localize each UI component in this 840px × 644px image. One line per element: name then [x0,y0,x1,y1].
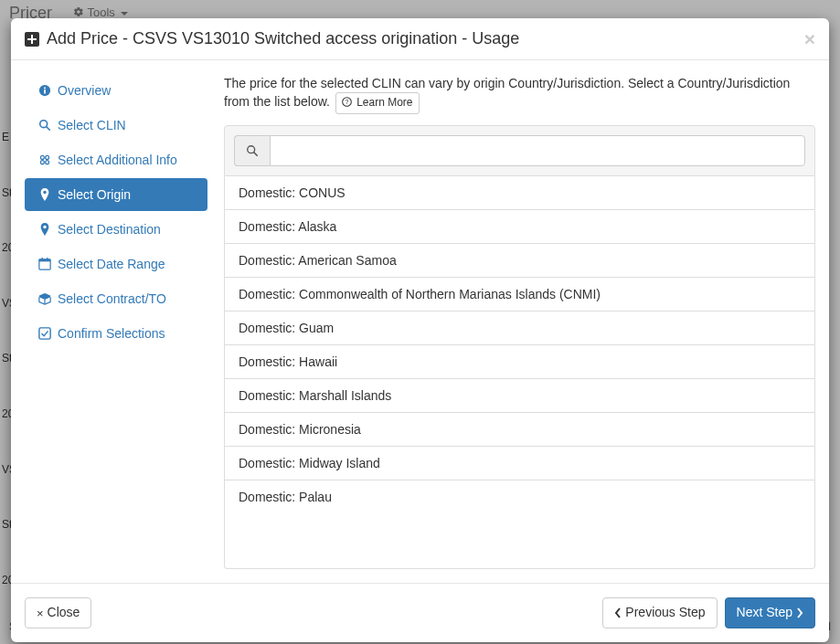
svg-line-20 [254,152,258,155]
nav-item-select-date-range[interactable]: Select Date Range [25,248,207,280]
learn-more-label: Learn More [356,96,412,109]
nav-item-select-destination[interactable]: Select Destination [25,213,207,246]
svg-rect-16 [39,328,50,339]
select-origin-icon [38,188,51,201]
modal-footer: × Close Previous Step Next Step [11,583,829,642]
origin-item[interactable]: Domestic: American Samoa [225,244,814,278]
nav-label: Select Additional Info [58,153,177,167]
wizard-nav: OverviewSelect CLINSelect Additional Inf… [25,74,207,569]
svg-point-10 [40,161,44,164]
select-clin-icon [38,119,51,132]
origin-search-input[interactable] [270,135,805,166]
next-step-button[interactable]: Next Step [725,597,815,628]
origin-item[interactable]: Domestic: Midway Island [225,447,814,480]
svg-line-7 [47,127,50,131]
modal-title: Add Price - CSVS VS13010 Switched access… [47,29,804,48]
modal-close-x[interactable]: × [804,29,815,48]
nav-link-overview[interactable]: Overview [25,74,207,107]
nav-label: Select Origin [58,187,131,202]
svg-rect-14 [42,258,43,260]
svg-rect-2 [27,38,37,40]
origin-item[interactable]: Domestic: Hawaii [225,345,814,379]
modal-header: Add Price - CSVS VS13010 Switched access… [11,18,829,60]
svg-point-8 [40,155,44,159]
nav-item-confirm-selections[interactable]: Confirm Selections [25,317,207,350]
confirm-selections-icon [38,327,51,340]
select-contract-to-icon [38,292,51,305]
nav-label: Select Destination [58,222,161,237]
nav-label: Select CLIN [58,118,126,132]
search-addon [234,135,270,166]
close-button[interactable]: × Close [25,597,91,628]
svg-point-11 [46,161,49,164]
svg-rect-4 [44,90,46,93]
origin-list: Domestic: CONUSDomestic: AlaskaDomestic:… [225,176,814,513]
nav-label: Select Date Range [58,257,165,271]
close-x-icon: × [37,607,44,619]
nav-item-select-additional-info[interactable]: Select Additional Info [25,143,207,176]
svg-point-9 [46,155,49,159]
origin-item[interactable]: Domestic: Guam [225,311,814,345]
previous-step-label: Previous Step [625,604,705,622]
chevron-right-icon [796,607,803,618]
select-additional-info-icon [38,153,51,166]
origin-item[interactable]: Domestic: Micronesia [225,413,814,447]
learn-more-button[interactable]: ? Learn More [335,92,420,113]
svg-text:?: ? [345,100,348,106]
add-price-modal: Add Price - CSVS VS13010 Switched access… [11,18,829,642]
origin-item[interactable]: Domestic: Commonwealth of Northern Maria… [225,278,814,311]
nav-link-select-contract-to[interactable]: Select Contract/TO [25,282,207,315]
question-circle-icon: ? [342,97,352,107]
origin-list-scroll[interactable]: Domestic: CONUSDomestic: AlaskaDomestic:… [225,176,814,568]
nav-label: Confirm Selections [58,326,165,341]
origin-item[interactable]: Domestic: Alaska [225,210,814,244]
select-date-range-icon [38,258,51,270]
nav-item-select-origin[interactable]: Select Origin [25,178,207,211]
next-step-label: Next Step [737,604,792,622]
nav-label: Overview [58,83,111,98]
origin-list-container: Domestic: CONUSDomestic: AlaskaDomestic:… [224,176,815,569]
search-input-group [234,135,805,166]
nav-link-confirm-selections[interactable]: Confirm Selections [25,317,207,350]
modal-body: OverviewSelect CLINSelect Additional Inf… [11,60,829,583]
step-content: The price for the selected CLIN can vary… [207,74,815,569]
nav-item-select-clin[interactable]: Select CLIN [25,109,207,142]
origin-item[interactable]: Domestic: CONUS [225,176,814,210]
svg-rect-13 [39,259,50,262]
nav-link-select-date-range[interactable]: Select Date Range [25,248,207,280]
overview-icon [38,84,51,97]
chevron-left-icon [614,607,622,618]
previous-step-button[interactable]: Previous Step [602,597,717,628]
close-button-label: Close [48,604,80,622]
origin-item[interactable]: Domestic: Palau [225,480,814,513]
search-panel [224,125,815,176]
nav-link-select-origin[interactable]: Select Origin [25,178,207,211]
svg-rect-15 [47,258,48,260]
instructions: The price for the selected CLIN can vary… [224,74,815,114]
nav-item-overview[interactable]: Overview [25,74,207,107]
instructions-text: The price for the selected CLIN can vary… [224,76,790,109]
nav-link-select-clin[interactable]: Select CLIN [25,109,207,142]
select-destination-icon [38,223,51,236]
search-icon [246,144,259,157]
svg-rect-5 [44,88,46,90]
origin-item[interactable]: Domestic: Marshall Islands [225,379,814,413]
nav-label: Select Contract/TO [58,291,166,306]
nav-item-select-contract-to[interactable]: Select Contract/TO [25,282,207,315]
plus-square-icon [25,32,39,47]
nav-link-select-destination[interactable]: Select Destination [25,213,207,246]
nav-link-select-additional-info[interactable]: Select Additional Info [25,143,207,176]
